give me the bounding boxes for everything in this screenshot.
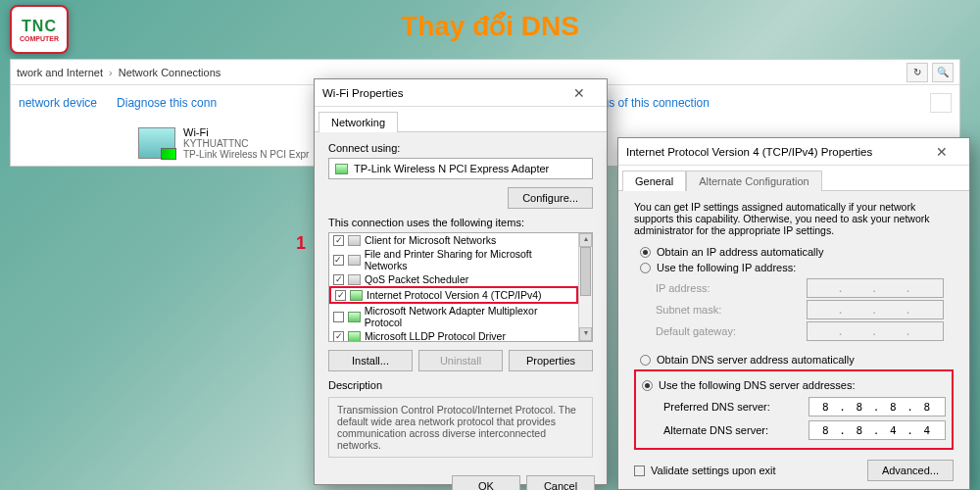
service-icon xyxy=(348,255,361,266)
list-item-label: File and Printer Sharing for Microsoft N… xyxy=(365,248,574,271)
ip-field: . . . xyxy=(807,278,944,298)
scroll-down-icon[interactable]: ▾ xyxy=(579,327,592,341)
preferred-dns-field[interactable]: 8 . 8 . 8 . 8 xyxy=(808,397,946,416)
alternate-dns-field[interactable]: 8 . 8 . 4 . 4 xyxy=(808,420,946,440)
connection-adapter: TP-Link Wireless N PCI Expr xyxy=(183,149,309,160)
radio-manual-ip[interactable] xyxy=(640,263,651,273)
ip-label: IP address: xyxy=(656,282,710,294)
description-text: Transmission Control Protocol/Internet P… xyxy=(328,397,593,458)
chevron-right-icon xyxy=(106,67,116,78)
checkbox[interactable]: ✓ xyxy=(333,235,344,246)
list-item-label: QoS Packet Scheduler xyxy=(365,273,468,285)
connection-name: Wi-Fi xyxy=(183,126,309,138)
close-icon[interactable]: ✕ xyxy=(922,144,961,160)
subnet-label: Subnet mask: xyxy=(656,304,721,316)
crumb-segment[interactable]: twork and Internet xyxy=(17,67,103,78)
uninstall-button: Uninstall xyxy=(418,350,503,371)
cmd-diagnose[interactable]: Diagnose this conn xyxy=(117,96,217,110)
service-icon xyxy=(348,235,361,246)
cmd-disable[interactable]: network device xyxy=(19,96,97,110)
components-listbox[interactable]: ✓Client for Microsoft Networks✓File and … xyxy=(328,232,593,342)
subnet-field: . . . xyxy=(807,300,944,319)
checkbox[interactable]: ✓ xyxy=(333,274,344,285)
intro-text: You can get IP settings assigned automat… xyxy=(634,201,954,236)
validate-checkbox[interactable] xyxy=(634,466,645,476)
tab-alternate[interactable]: Alternate Configuration xyxy=(686,171,822,191)
radio-auto-dns[interactable] xyxy=(640,355,651,366)
tab-networking[interactable]: Networking xyxy=(318,112,398,132)
network-icon xyxy=(348,312,361,322)
checkbox[interactable]: ✓ xyxy=(333,331,344,342)
cancel-button[interactable]: Cancel xyxy=(526,475,595,490)
advanced-button[interactable]: Advanced... xyxy=(867,460,954,481)
network-icon xyxy=(350,290,363,301)
list-item[interactable]: ✓Microsoft LLDP Protocol Driver xyxy=(329,329,578,341)
checkbox[interactable] xyxy=(333,312,344,322)
wifi-properties-title: Wi-Fi Properties xyxy=(322,87,403,99)
close-icon[interactable]: ✕ xyxy=(560,85,599,101)
list-item-label: Microsoft Network Adapter Multiplexor Pr… xyxy=(365,305,574,328)
alternate-dns-label: Alternate DNS server: xyxy=(663,424,768,436)
radio-auto-ip[interactable] xyxy=(640,247,651,258)
service-icon xyxy=(348,274,361,285)
panel-toggle-icon[interactable] xyxy=(930,93,952,113)
refresh-button[interactable]: ↻ xyxy=(906,63,928,82)
list-item-label: Microsoft LLDP Protocol Driver xyxy=(365,330,506,341)
list-item[interactable]: ✓QoS Packet Scheduler xyxy=(329,272,578,286)
preferred-dns-label: Preferred DNS server: xyxy=(663,401,770,413)
list-item[interactable]: ✓File and Printer Sharing for Microsoft … xyxy=(329,247,578,272)
wifi-properties-dialog: Wi-Fi Properties ✕ Networking Connect us… xyxy=(314,78,608,485)
wifi-adapter-icon xyxy=(138,127,175,159)
gateway-field: . . . xyxy=(807,321,944,341)
checkbox[interactable]: ✓ xyxy=(335,290,346,301)
radio-manual-dns[interactable] xyxy=(642,380,653,391)
gateway-label: Default gateway: xyxy=(656,325,736,337)
ipv4-title: Internet Protocol Version 4 (TCP/IPv4) P… xyxy=(626,146,872,158)
network-icon xyxy=(348,331,361,342)
connect-using-label: Connect using: xyxy=(328,142,593,154)
list-item[interactable]: ✓Client for Microsoft Networks xyxy=(329,233,578,247)
search-button[interactable]: 🔍 xyxy=(932,63,954,82)
ipv4-properties-dialog: Internet Protocol Version 4 (TCP/IPv4) P… xyxy=(617,137,970,490)
adapter-icon xyxy=(335,164,348,174)
list-item-label: Internet Protocol Version 4 (TCP/IPv4) xyxy=(367,289,542,301)
list-item-label: Client for Microsoft Networks xyxy=(365,234,496,246)
ok-button[interactable]: OK xyxy=(452,475,520,490)
checkbox[interactable]: ✓ xyxy=(333,255,344,266)
page-title: Thay đổi DNS xyxy=(0,10,980,42)
properties-button[interactable]: Properties xyxy=(509,350,593,371)
list-item[interactable]: Microsoft Network Adapter Multiplexor Pr… xyxy=(329,304,578,329)
items-label: This connection uses the following items… xyxy=(328,217,593,228)
connection-network: KYTHUATTNC xyxy=(183,138,309,149)
list-item[interactable]: ✓Internet Protocol Version 4 (TCP/IPv4) xyxy=(329,286,578,304)
description-label: Description xyxy=(328,379,593,391)
crumb-segment[interactable]: Network Connections xyxy=(119,67,221,78)
scrollbar[interactable]: ▴ ▾ xyxy=(578,233,592,341)
step-marker-1: 1 xyxy=(296,233,306,254)
adapter-field[interactable]: TP-Link Wireless N PCI Express Adapter xyxy=(328,158,593,179)
install-button[interactable]: Install... xyxy=(328,350,413,371)
scroll-thumb[interactable] xyxy=(580,247,591,296)
scroll-up-icon[interactable]: ▴ xyxy=(579,233,592,247)
configure-button[interactable]: Configure... xyxy=(508,187,593,209)
tab-general[interactable]: General xyxy=(622,171,686,191)
